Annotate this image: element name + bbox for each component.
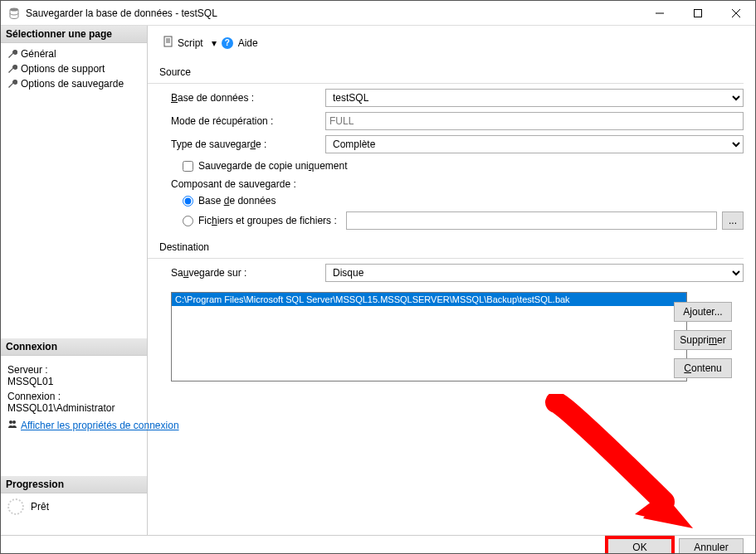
window-title: Sauvegarder la base de données - testSQL [26,7,641,19]
contents-button[interactable]: Contenu [674,358,732,378]
destination-list[interactable]: C:\Program Files\Microsoft SQL Server\MS… [171,292,687,381]
source-group: Source Base de données : testSQL Mode de… [159,66,744,230]
recovery-label: Mode de récupération : [171,115,325,127]
page-general[interactable]: Général [4,46,144,61]
help-icon: ? [222,37,233,49]
close-button[interactable] [717,1,755,26]
svg-rect-7 [164,36,172,46]
main-panel: Script ▾ ? Aide Source Base de données :… [148,26,755,535]
select-page-header: Sélectionner une page [1,26,147,43]
copy-only-checkbox[interactable] [183,161,193,172]
page-media-options[interactable]: Options de support [4,61,144,76]
view-connection-props-link[interactable]: Afficher les propriétés de connexion [7,419,140,431]
destination-title: Destination [159,241,744,253]
source-title: Source [159,66,744,78]
ok-button-highlight: OK [607,538,672,555]
database-label: Base de données : [171,92,325,104]
files-input [346,211,717,230]
connection-label: Connexion : [7,391,140,402]
page-backup-options[interactable]: Options de sauvegarde [4,76,144,91]
wrench-icon [7,64,17,74]
backup-to-label: Sauvegarde sur : [171,267,325,279]
svg-marker-11 [643,492,693,528]
copy-only-label: Sauvegarde de copie uniquement [198,160,348,172]
spinner-icon [7,498,24,515]
svg-point-5 [9,420,12,424]
page-list: Général Options de support Options de sa… [1,43,147,95]
server-label: Serveur : [7,364,140,376]
destination-group: Destination Sauvegarde sur : Disque C:\P… [159,241,744,381]
page-label: Options de support [21,63,105,75]
minimize-button[interactable] [641,1,679,26]
server-value: MSSQL01 [7,376,140,387]
svg-point-0 [10,7,18,11]
progress-status: Prêt [31,501,49,513]
component-label: Composant de sauvegarde : [171,178,744,190]
script-icon [163,36,174,50]
progress-header: Progression [1,476,147,493]
connection-header: Connexion [1,338,147,356]
browse-files-button[interactable]: ... [722,211,744,230]
database-icon [7,7,21,20]
maximize-button[interactable] [679,1,717,26]
script-button[interactable]: Script [159,34,207,51]
component-files-label: Fichiers et groupes de fichiers : [198,215,341,226]
svg-point-6 [12,420,16,424]
backup-to-select[interactable]: Disque [325,264,744,282]
connection-value: MSSQL01\Administrator [7,402,140,414]
page-label: Options de sauvegarde [21,78,124,90]
cancel-button[interactable]: Annuler [679,538,744,555]
component-files-radio[interactable] [183,216,193,226]
svg-rect-2 [695,9,702,17]
dialog-footer: OK Annuler [1,535,755,554]
script-label: Script [178,37,203,49]
database-select[interactable]: testSQL [325,89,744,107]
title-bar: Sauvegarder la base de données - testSQL [1,1,755,26]
component-database-label: Base de données [198,195,276,207]
divider [148,258,744,259]
highlight-arrow [539,394,705,543]
backup-type-select[interactable]: Complète [325,135,744,153]
ok-button[interactable]: OK [607,538,672,555]
help-button[interactable]: Aide [238,37,258,49]
remove-button[interactable]: Supprimer [674,330,732,350]
connection-panel: Serveur : MSSQL01 Connexion : MSSQL01\Ad… [1,356,147,436]
progress-panel: Prêt [1,493,147,520]
destination-item[interactable]: C:\Program Files\Microsoft SQL Server\MS… [172,293,686,306]
add-button[interactable]: Ajouter... [674,302,732,322]
dropdown-arrow-icon[interactable]: ▾ [212,37,217,49]
divider [148,83,744,84]
wrench-icon [7,79,17,89]
backup-type-label: Type de sauvegarde : [171,138,325,150]
component-database-radio[interactable] [183,196,193,207]
wrench-icon [7,49,17,59]
people-icon [7,419,17,431]
toolbar: Script ▾ ? Aide [159,32,744,60]
page-label: Général [21,48,56,60]
window-controls [641,1,755,26]
sidebar: Sélectionner une page Général Options de… [1,26,148,535]
recovery-field [325,112,744,130]
